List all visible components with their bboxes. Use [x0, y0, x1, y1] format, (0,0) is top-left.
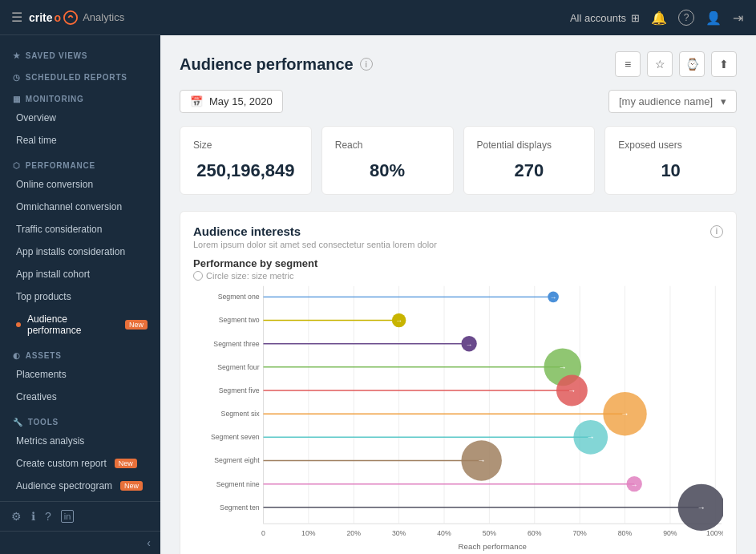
bookmark-button[interactable]: ☆	[647, 51, 673, 77]
stat-card-reach: Reach 80%	[321, 126, 454, 195]
help-circle-icon[interactable]: ?	[678, 10, 694, 26]
nav-section-assets: ◐ Assets	[0, 342, 160, 363]
svg-text:→: →	[550, 293, 557, 301]
notification-bell-icon[interactable]: 🔔	[651, 10, 667, 26]
user-avatar-icon[interactable]: 👤	[705, 10, 722, 26]
logout-icon[interactable]: ⇥	[733, 10, 743, 26]
sidebar-item-app-cohort[interactable]: App install cohort	[0, 263, 160, 285]
nav-section-monitoring: ▦ Monitoring	[0, 85, 160, 107]
new-badge-custom: New	[115, 459, 137, 468]
sidebar-item-overview[interactable]: Overview	[0, 107, 160, 129]
help-icon[interactable]: ?	[45, 510, 51, 523]
svg-text:10%: 10%	[301, 529, 316, 537]
stat-card-potential: Potential displays 270	[463, 126, 596, 195]
nav-section-saved-views[interactable]: ★ Saved Views	[0, 42, 160, 63]
title-info-icon[interactable]: i	[360, 58, 373, 71]
svg-text:100%: 100%	[706, 529, 723, 537]
linkedin-icon[interactable]: in	[61, 510, 75, 523]
stat-card-exposed: Exposed users 10	[604, 126, 737, 195]
chart-subtitle: Lorem ipsum dolor sit amet sed consectet…	[193, 240, 723, 249]
info-icon[interactable]: ℹ	[31, 510, 35, 523]
svg-text:Segment seven: Segment seven	[211, 433, 260, 441]
svg-point-0	[64, 10, 77, 23]
sidebar-item-online-conversion[interactable]: Online conversion	[0, 173, 160, 196]
sidebar-item-spectrogram[interactable]: Audience spectrogram New	[0, 475, 160, 497]
svg-text:Segment two: Segment two	[219, 316, 260, 324]
logo: criteo Analytics	[29, 10, 124, 25]
clock-icon: ◷	[13, 73, 21, 82]
sidebar-item-top-products[interactable]: Top products	[0, 285, 160, 308]
svg-text:Segment four: Segment four	[217, 363, 260, 371]
stat-value-exposed: 10	[618, 160, 723, 181]
settings-icon[interactable]: ⚙	[11, 510, 22, 523]
page-content: Audience performance i ≡ ☆ ⌚ ⬆ 📅 May 15,…	[160, 35, 756, 554]
date-picker[interactable]: 📅 May 15, 2020	[180, 90, 283, 113]
svg-text:→: →	[466, 341, 473, 349]
calendar-icon: 📅	[190, 95, 203, 107]
sidebar-nav: ★ Saved Views ◷ Scheduled Reports ▦ Moni…	[0, 35, 160, 501]
svg-text:40%: 40%	[437, 529, 451, 537]
stat-label-reach: Reach	[335, 140, 440, 151]
export-button[interactable]: ⬆	[711, 51, 737, 77]
circle-size-icon	[193, 271, 203, 281]
filter-button[interactable]: ≡	[615, 51, 641, 77]
accounts-selector[interactable]: All accounts ⊞	[570, 12, 640, 24]
sidebar-collapse-button[interactable]: ‹	[0, 531, 160, 554]
sidebar-item-custom-report[interactable]: Create custom report New	[0, 452, 160, 475]
monitoring-icon: ▦	[13, 95, 21, 103]
sidebar-item-omnichannel[interactable]: Omnichannel conversion	[0, 196, 160, 218]
svg-text:0: 0	[261, 529, 265, 537]
main-content: All accounts ⊞ 🔔 ? 👤 ⇥ Audience performa…	[160, 0, 756, 554]
svg-text:→: →	[631, 481, 638, 489]
sidebar-item-placements[interactable]: Placements	[0, 363, 160, 386]
svg-text:→: →	[558, 362, 567, 372]
svg-text:→: →	[697, 503, 705, 512]
svg-text:80%: 80%	[618, 529, 633, 537]
svg-text:→: →	[477, 455, 486, 465]
svg-text:60%: 60%	[528, 529, 542, 537]
svg-text:30%: 30%	[392, 529, 406, 537]
svg-text:→: →	[568, 386, 576, 395]
tools-icon: 🔧	[13, 418, 23, 427]
svg-text:70%: 70%	[572, 529, 587, 537]
sidebar-item-metrics[interactable]: Metrics analysis	[0, 430, 160, 452]
svg-text:Reach performance: Reach performance	[459, 542, 527, 551]
sidebar: ☰ criteo Analytics ★ Saved Views ◷ Sched…	[0, 0, 160, 554]
stat-card-size: Size 250,196,849	[180, 126, 312, 195]
svg-text:Segment nine: Segment nine	[216, 480, 260, 488]
stat-label-potential: Potential displays	[477, 140, 582, 151]
stat-label-size: Size	[193, 140, 298, 151]
sidebar-item-app-installs[interactable]: App installs consideration	[0, 241, 160, 263]
svg-text:Segment one: Segment one	[218, 293, 260, 301]
nav-section-scheduled-reports[interactable]: ◷ Scheduled Reports	[0, 63, 160, 85]
performance-segment-chart: Performance by segment Circle size: size…	[193, 257, 723, 554]
new-badge-spectrogram: New	[120, 481, 143, 491]
sidebar-item-traffic[interactable]: Traffic consideration	[0, 218, 160, 241]
stat-value-reach: 80%	[335, 160, 440, 181]
bubble-chart-area: Segment one Segment two Segment three Se…	[193, 282, 723, 554]
circle-size-label: Circle size: size metric	[193, 271, 723, 281]
chevron-down-icon: ▾	[721, 95, 726, 107]
sidebar-item-realtime[interactable]: Real time	[0, 129, 160, 152]
date-bar: 📅 May 15, 2020 [my audience name] ▾	[180, 90, 737, 113]
stat-value-potential: 270	[477, 160, 582, 181]
star-icon: ★	[13, 51, 21, 60]
segment-chart-svg: Segment one Segment two Segment three Se…	[193, 282, 723, 554]
stat-value-size: 250,196,849	[193, 160, 298, 181]
sidebar-item-audience-performance[interactable]: Audience performance New	[0, 308, 160, 342]
svg-text:→: →	[586, 432, 595, 442]
svg-text:90%: 90%	[663, 529, 677, 537]
header-actions: ≡ ☆ ⌚ ⬆	[615, 51, 737, 77]
perf-chart-title: Performance by segment	[193, 257, 723, 269]
chart-info-icon[interactable]: i	[710, 225, 723, 238]
sidebar-item-creatives[interactable]: Creatives	[0, 386, 160, 408]
active-dot	[16, 322, 21, 327]
new-badge: New	[125, 320, 148, 330]
chart-section: Audience interests i Lorem ipsum dolor s…	[180, 211, 737, 554]
history-button[interactable]: ⌚	[679, 51, 705, 77]
topbar: All accounts ⊞ 🔔 ? 👤 ⇥	[160, 0, 756, 35]
audience-dropdown[interactable]: [my audience name] ▾	[608, 90, 737, 113]
svg-text:Segment three: Segment three	[213, 340, 259, 348]
accounts-grid-icon: ⊞	[631, 12, 640, 24]
hamburger-icon[interactable]: ☰	[11, 10, 22, 25]
